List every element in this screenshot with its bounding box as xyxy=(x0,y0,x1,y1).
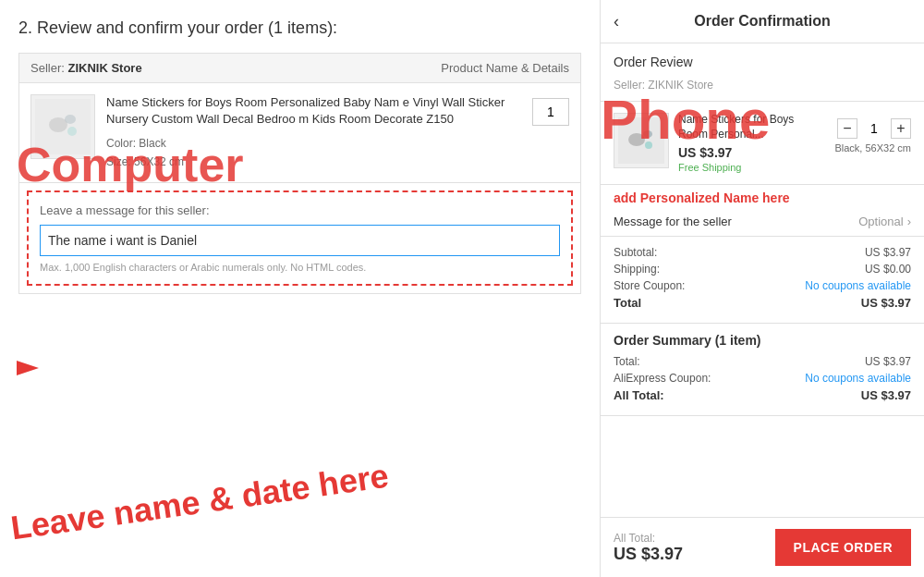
message-for-seller-label: Message for the seller xyxy=(614,215,732,228)
page-title: 2. Review and confirm your order (1 item… xyxy=(18,18,581,38)
subtotal-value: US $3.97 xyxy=(865,246,911,259)
aliexpress-coupon-row: AliExpress Coupon: No coupons available xyxy=(614,372,911,385)
svg-point-2 xyxy=(65,115,76,124)
right-header: ‹ Order Confirmation xyxy=(601,0,924,43)
right-body: Order Review Seller: ZIKNIK Store Name S… xyxy=(601,43,924,517)
subtotal-label: Subtotal: xyxy=(614,246,657,259)
product-attrs: Color: Black Size: 56X32 cm xyxy=(106,135,521,170)
color-label: Color: xyxy=(106,137,136,150)
right-product-controls: − 1 + xyxy=(837,118,911,139)
order-table: Seller: ZIKNIK Store Product Name & Deta… xyxy=(18,53,581,294)
order-review-heading: Order Review xyxy=(601,43,924,75)
leave-annotation: Leave name & date here xyxy=(8,455,391,547)
arrow-annotation xyxy=(17,361,72,379)
place-order-button[interactable]: PLACE ORDER xyxy=(775,529,911,566)
svg-point-7 xyxy=(645,141,652,149)
coupon-row: Store Coupon: No coupons available xyxy=(614,279,911,292)
quantity-box: 1 xyxy=(532,98,569,126)
shipping-value: US $0.00 xyxy=(865,263,911,276)
total-label: Total xyxy=(614,296,641,310)
arrow-icon xyxy=(17,361,72,375)
footer-total-label: All Total: xyxy=(614,532,683,545)
free-shipping-label: Free Shipping xyxy=(678,162,825,173)
seller-info: Seller: ZIKNIK Store xyxy=(30,61,142,75)
product-image xyxy=(30,94,95,159)
right-product-info: Name Stickers for Boys Room Personal... … xyxy=(678,113,825,173)
order-summary-section: Order Summary (1 item) Total: US $3.97 A… xyxy=(601,324,924,416)
total-row: Total US $3.97 xyxy=(614,296,911,310)
message-for-seller-row[interactable]: Message for the seller Optional › xyxy=(601,207,924,237)
right-product-image xyxy=(614,113,669,168)
personalized-note: add Personalized Name here xyxy=(601,185,924,207)
summary-title: Order Summary (1 item) xyxy=(614,333,911,348)
all-total-label: All Total: xyxy=(614,388,664,402)
order-review-subheading: Seller: ZIKNIK Store xyxy=(601,75,924,102)
message-input[interactable] xyxy=(40,225,560,256)
coupon-label: Store Coupon: xyxy=(614,279,685,292)
message-optional: Optional › xyxy=(858,215,911,228)
seller-name: ZIKNIK Store xyxy=(67,61,141,75)
table-header: Seller: ZIKNIK Store Product Name & Deta… xyxy=(19,54,580,83)
qty-value: 1 xyxy=(865,121,883,136)
summary-total-label: Total: xyxy=(614,355,640,368)
subtotal-row: Subtotal: US $3.97 xyxy=(614,246,911,259)
svg-point-5 xyxy=(628,133,645,146)
shipping-label: Shipping: xyxy=(614,263,660,276)
shipping-row: Shipping: US $0.00 xyxy=(614,263,911,276)
footer-total-amount: US $3.97 xyxy=(614,545,683,564)
product-details: Name Stickers for Boys Room Personalized… xyxy=(106,94,521,171)
size-value: 56X32 cm xyxy=(134,155,184,168)
total-value: US $3.97 xyxy=(861,296,911,310)
summary-total-value: US $3.97 xyxy=(865,355,911,368)
right-panel-title: Order Confirmation xyxy=(694,13,831,30)
color-value: Black xyxy=(139,137,165,150)
message-section: Leave a message for this seller: Max. 1,… xyxy=(27,190,573,286)
back-button[interactable]: ‹ xyxy=(614,12,619,31)
message-hint: Max. 1,000 English characters or Arabic … xyxy=(40,262,560,273)
size-label: Size: xyxy=(106,155,131,168)
product-thumbnail-svg xyxy=(35,99,91,154)
aliexpress-coupon-value: No coupons available xyxy=(805,372,911,385)
optional-text: Optional xyxy=(858,215,903,228)
product-col-header: Product Name & Details xyxy=(441,61,569,75)
pricing-section: Subtotal: US $3.97 Shipping: US $0.00 St… xyxy=(601,237,924,324)
svg-point-1 xyxy=(49,117,67,132)
right-product-controls-wrapper: − 1 + Black, 56X32 cm xyxy=(834,113,911,173)
chevron-right-icon: › xyxy=(907,215,911,228)
left-panel: 2. Review and confirm your order (1 item… xyxy=(0,0,601,577)
right-product-attrs: Black, 56X32 cm xyxy=(834,142,911,153)
svg-point-3 xyxy=(67,127,77,136)
increase-qty-button[interactable]: + xyxy=(891,118,911,139)
footer-total-wrapper: All Total: US $3.97 xyxy=(614,532,683,564)
right-product-card: Name Stickers for Boys Room Personal... … xyxy=(601,102,924,185)
aliexpress-coupon-label: AliExpress Coupon: xyxy=(614,372,711,385)
coupon-value: No coupons available xyxy=(805,279,911,292)
right-product-price: US $3.97 xyxy=(678,145,825,160)
svg-point-6 xyxy=(643,130,652,138)
right-product-thumbnail-svg xyxy=(618,117,664,164)
right-panel: ‹ Order Confirmation Order Review Seller… xyxy=(601,0,924,577)
all-total-row: All Total: US $3.97 xyxy=(614,388,911,402)
right-footer: All Total: US $3.97 PLACE ORDER xyxy=(601,517,924,577)
summary-total-row: Total: US $3.97 xyxy=(614,355,911,368)
decrease-qty-button[interactable]: − xyxy=(837,118,857,139)
product-name: Name Stickers for Boys Room Personalized… xyxy=(106,94,521,128)
message-label: Leave a message for this seller: xyxy=(40,203,560,217)
product-row: Name Stickers for Boys Room Personalized… xyxy=(19,83,580,183)
seller-label: Seller: xyxy=(30,61,65,75)
all-total-value: US $3.97 xyxy=(861,388,911,402)
right-product-name: Name Stickers for Boys Room Personal... xyxy=(678,113,825,141)
